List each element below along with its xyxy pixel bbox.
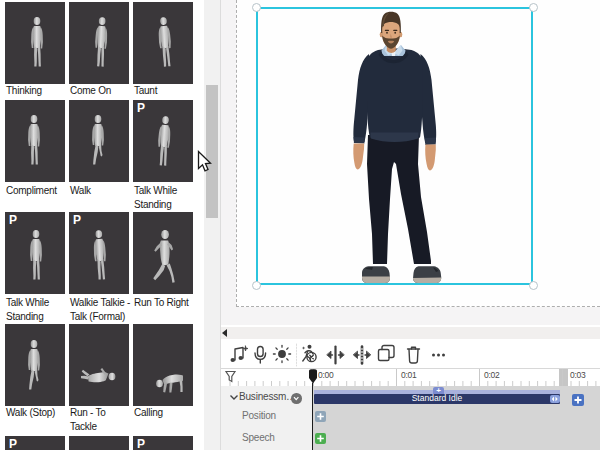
svg-text:0:03: 0:03 xyxy=(570,370,586,380)
svg-text:0:01: 0:01 xyxy=(401,370,417,380)
svg-text:0:00: 0:00 xyxy=(318,370,334,380)
svg-text:0:02: 0:02 xyxy=(484,370,500,380)
